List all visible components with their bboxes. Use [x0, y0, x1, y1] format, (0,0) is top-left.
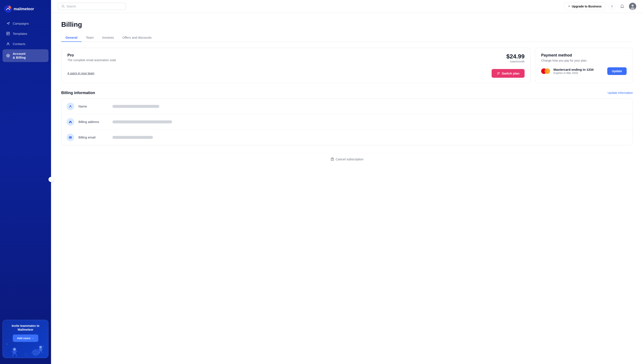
account-billing-icon — [6, 54, 10, 58]
switch-icon — [497, 72, 500, 75]
topbar-right: ✦ Upgrade to Business ? — [564, 2, 636, 10]
templates-label: Templates — [13, 32, 27, 36]
svg-line-26 — [16, 354, 17, 356]
billing-info-table: Name Billing address — [61, 98, 633, 145]
logo[interactable]: mailmeteor — [0, 0, 51, 17]
sparkle-icon: ✦ — [568, 4, 570, 8]
tab-general[interactable]: General — [61, 34, 82, 42]
sidebar-item-templates[interactable]: Templates — [3, 29, 49, 38]
main-content: Search ✦ Upgrade to Business ? — [51, 0, 643, 364]
plan-info: Pro The complete email automation suite — [67, 53, 116, 62]
email-icon — [67, 134, 74, 141]
switch-plan-button[interactable]: Switch plan — [492, 69, 525, 78]
svg-point-40 — [70, 105, 71, 106]
plan-price: $24.99 /user/month — [506, 53, 525, 63]
upgrade-button[interactable]: ✦ Upgrade to Business — [564, 2, 605, 10]
plan-description: The complete email automation suite — [67, 58, 116, 62]
trash-icon — [331, 157, 334, 161]
invite-illustration — [3, 341, 48, 358]
address-value — [112, 120, 172, 124]
logo-text: mailmeteor — [14, 7, 34, 11]
bell-icon — [620, 4, 624, 8]
payment-card: Payment method Change how you pay for yo… — [535, 48, 633, 83]
email-label: Billing email — [78, 136, 112, 139]
svg-point-28 — [40, 346, 42, 348]
card-info: Mastercard ending in 1334 Expires in Mar… — [541, 68, 593, 74]
name-icon — [67, 102, 74, 110]
svg-rect-22 — [13, 351, 16, 354]
svg-line-36 — [64, 7, 65, 8]
svg-line-33 — [42, 351, 42, 353]
notifications-button[interactable] — [619, 3, 625, 10]
update-payment-button[interactable]: Update — [607, 67, 627, 75]
address-icon — [67, 118, 74, 126]
cancel-subscription-button[interactable]: Cancel subscription — [331, 157, 364, 161]
page-title: Billing — [61, 20, 633, 28]
svg-point-15 — [43, 346, 44, 346]
address-label: Billing address — [78, 120, 112, 124]
email-value — [112, 136, 153, 139]
svg-rect-42 — [331, 158, 334, 160]
svg-point-0 — [4, 5, 12, 13]
svg-line-24 — [16, 351, 17, 352]
page-content: Billing General Team Invoices Offers and… — [51, 13, 643, 364]
tab-team[interactable]: Team — [82, 34, 98, 42]
tabs-bar: General Team Invoices Offers and discoun… — [61, 34, 633, 42]
svg-point-14 — [7, 344, 8, 344]
card-name: Mastercard ending in 1334 — [553, 68, 593, 71]
add-users-button[interactable]: Add users → — [13, 334, 38, 342]
plan-card: Pro The complete email automation suite … — [61, 48, 531, 83]
campaigns-icon — [6, 21, 10, 26]
billing-info-title: Billing information — [61, 91, 95, 95]
sidebar-item-contacts[interactable]: Contacts — [3, 39, 49, 48]
search-icon — [62, 5, 65, 8]
contacts-label: Contacts — [13, 42, 25, 46]
sidebar-collapse-button[interactable]: ‹ — [49, 177, 54, 182]
svg-line-25 — [13, 354, 14, 356]
svg-point-34 — [25, 353, 28, 356]
svg-line-23 — [12, 352, 13, 352]
campaigns-label: Campaigns — [13, 22, 29, 25]
topbar: Search ✦ Upgrade to Business ? — [51, 0, 643, 13]
search-placeholder: Search — [67, 5, 76, 8]
account-billing-label: Account & Billing — [13, 52, 26, 60]
cancel-section: Cancel subscription — [61, 153, 633, 165]
invite-card: Invite teammates to Mailmeteor Add users… — [3, 320, 49, 358]
billing-cards-row: Pro The complete email automation suite … — [61, 48, 633, 83]
tab-offers-discounts[interactable]: Offers and discounts — [118, 34, 156, 42]
logo-icon — [4, 5, 12, 13]
user-avatar[interactable] — [629, 3, 636, 10]
svg-rect-41 — [69, 136, 72, 138]
svg-point-16 — [24, 342, 24, 343]
billing-info-header: Billing information Update information — [61, 91, 633, 95]
payment-method-row: Mastercard ending in 1334 Expires in Mar… — [541, 67, 627, 75]
tab-invoices[interactable]: Invoices — [98, 34, 118, 42]
update-information-link[interactable]: Update information — [608, 91, 633, 94]
card-expiry: Expires in Mar 2032 — [553, 71, 593, 74]
svg-point-38 — [631, 4, 634, 6]
search-box[interactable]: Search — [58, 3, 126, 10]
templates-icon — [6, 32, 10, 36]
svg-rect-29 — [39, 349, 42, 351]
help-icon-button[interactable]: ? — [608, 3, 615, 10]
plan-card-bottom: 4 users in your team Switch plan — [67, 69, 525, 78]
sidebar-item-campaigns[interactable]: Campaigns — [3, 19, 49, 28]
sidebar-item-account-billing[interactable]: Account & Billing — [3, 49, 49, 62]
payment-method-title: Payment method — [541, 53, 627, 58]
svg-point-7 — [8, 43, 9, 44]
sidebar: mailmeteor Campaigns Templates — [0, 0, 51, 364]
svg-point-18 — [33, 350, 39, 356]
name-label: Name — [78, 104, 112, 108]
price-amount: $24.99 — [506, 53, 525, 60]
svg-line-31 — [42, 349, 43, 350]
card-details: Mastercard ending in 1334 Expires in Mar… — [553, 68, 593, 74]
invite-card-title: Invite teammates to Mailmeteor — [6, 324, 45, 332]
payment-method-desc: Change how you pay for your plan. — [541, 59, 627, 62]
billing-row-email: Billing email — [62, 130, 632, 145]
name-value — [112, 105, 159, 108]
svg-point-21 — [13, 348, 16, 350]
cancel-subscription-label: Cancel subscription — [336, 157, 364, 161]
team-users-link[interactable]: 4 users in your team — [67, 72, 94, 75]
svg-line-30 — [38, 349, 39, 350]
svg-point-9 — [8, 55, 9, 56]
